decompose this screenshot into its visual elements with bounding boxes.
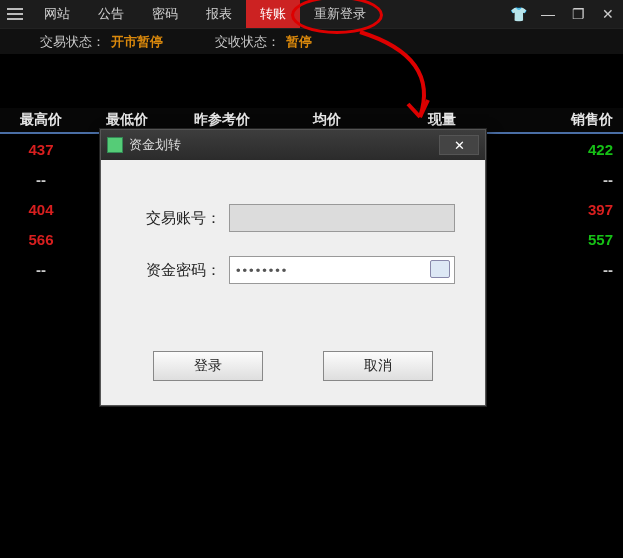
cell-sell: 557 xyxy=(502,231,623,248)
trade-status-label: 交易状态： xyxy=(40,33,105,51)
dialog-title: 资金划转 xyxy=(129,136,181,154)
deliver-status-label: 交收状态： xyxy=(215,33,280,51)
account-label: 交易账号： xyxy=(131,209,221,228)
cell-high: 437 xyxy=(0,141,82,158)
status-bar: 交易状态： 开市暂停 交收状态： 暂停 xyxy=(0,28,623,54)
menu-item-0[interactable]: 网站 xyxy=(30,0,84,28)
menu-item-5[interactable]: 重新登录 xyxy=(300,0,380,28)
cell-high: -- xyxy=(0,261,82,278)
menu-item-3[interactable]: 报表 xyxy=(192,0,246,28)
col-sell: 销售价 xyxy=(502,111,623,129)
deliver-status-value: 暂停 xyxy=(286,33,312,51)
minimize-icon[interactable]: — xyxy=(533,0,563,28)
col-low: 最低价 xyxy=(82,111,172,129)
col-prev-ref: 昨参考价 xyxy=(172,111,272,129)
password-label: 资金密码： xyxy=(131,261,221,280)
menu-item-1[interactable]: 公告 xyxy=(84,0,138,28)
close-window-icon[interactable]: ✕ xyxy=(593,0,623,28)
fund-transfer-dialog: 资金划转 ✕ 交易账号： 资金密码： •••••••• 登录 取消 xyxy=(100,129,486,406)
shirt-icon[interactable]: 👕 xyxy=(503,0,533,28)
password-input[interactable]: •••••••• xyxy=(229,256,455,284)
cell-sell: 397 xyxy=(502,201,623,218)
cell-high: -- xyxy=(0,171,82,188)
hamburger-icon[interactable] xyxy=(0,0,30,28)
col-volume: 现量 xyxy=(382,111,502,129)
col-avg: 均价 xyxy=(272,111,382,129)
trade-status-value: 开市暂停 xyxy=(111,33,163,51)
col-high: 最高价 xyxy=(0,111,82,129)
dialog-titlebar[interactable]: 资金划转 ✕ xyxy=(101,130,485,160)
menu-item-2[interactable]: 密码 xyxy=(138,0,192,28)
restore-icon[interactable]: ❐ xyxy=(563,0,593,28)
cell-high: 404 xyxy=(0,201,82,218)
soft-keyboard-icon[interactable] xyxy=(430,260,450,278)
cell-high: 566 xyxy=(0,231,82,248)
menu-item-4[interactable]: 转账 xyxy=(246,0,300,28)
menu-bar: 网站公告密码报表转账重新登录 👕 — ❐ ✕ xyxy=(0,0,623,28)
dialog-app-icon xyxy=(107,137,123,153)
cancel-button[interactable]: 取消 xyxy=(323,351,433,381)
dialog-close-button[interactable]: ✕ xyxy=(439,135,479,155)
login-button[interactable]: 登录 xyxy=(153,351,263,381)
cell-sell: 422 xyxy=(502,141,623,158)
cell-sell: -- xyxy=(502,261,623,278)
cell-sell: -- xyxy=(502,171,623,188)
account-input[interactable] xyxy=(229,204,455,232)
